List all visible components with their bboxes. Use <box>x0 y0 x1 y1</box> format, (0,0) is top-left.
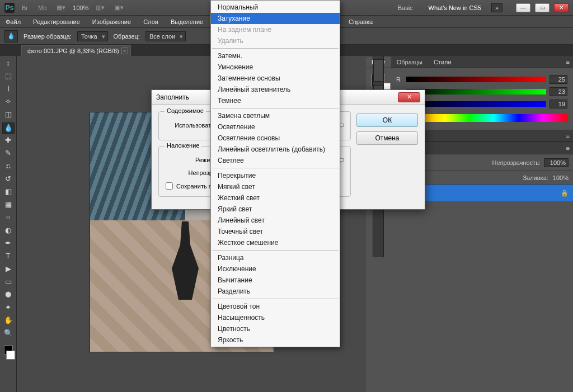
blend-mode-menu[interactable]: НормальныйЗатуханиеНа заднем планеУдалит… <box>210 0 340 347</box>
3d-tool-icon[interactable]: ⬢ <box>2 290 15 301</box>
cancel-button[interactable]: Отмена <box>356 131 418 145</box>
heal-tool-icon[interactable]: ✚ <box>2 135 15 147</box>
menu-select[interactable]: Выделение <box>168 17 205 26</box>
b-value[interactable]: 19 <box>549 100 567 108</box>
shape-tool-icon[interactable]: ▭ <box>2 277 15 288</box>
path-select-tool-icon[interactable]: ▶ <box>2 264 15 275</box>
minibridge-icon[interactable]: Mb <box>35 3 49 13</box>
document-tab[interactable]: фото 001.JPG @ 8,33% (RGB/8) × <box>21 45 131 56</box>
menu-image[interactable]: Изображение <box>90 17 133 26</box>
g-slider[interactable] <box>406 89 546 95</box>
app-logo: Ps <box>4 3 15 13</box>
blend-mode-item[interactable]: Осветление основы <box>211 133 340 144</box>
panel-menu-icon[interactable]: ≡ <box>563 59 573 65</box>
blend-mode-item[interactable]: Линейный свет <box>211 215 340 226</box>
zoom-tool-icon[interactable]: 🔍 <box>2 328 15 339</box>
blend-mode-item[interactable]: Цветность <box>211 323 340 334</box>
screenmode-icon[interactable]: ▦▾ <box>54 2 68 13</box>
contents-legend: Содержимое <box>165 107 206 114</box>
opacity-field[interactable]: 100% <box>544 158 569 167</box>
panel-nub-icon[interactable] <box>373 59 383 82</box>
blend-mode-item[interactable]: Цветовой тон <box>211 301 340 312</box>
opacity-label: Непрозр.: <box>166 169 216 176</box>
blend-mode-item[interactable]: Жесткое смешение <box>211 237 340 248</box>
blend-mode-item[interactable]: Линейный осветлитель (добавить) <box>211 144 340 155</box>
blend-mode-item[interactable]: Осветление <box>211 121 340 133</box>
history-brush-tool-icon[interactable]: ↺ <box>2 174 15 185</box>
use-label: Использовать: <box>166 122 216 129</box>
r-slider[interactable] <box>406 77 546 82</box>
move-tool-icon[interactable]: ↕ <box>2 58 15 69</box>
crop-tool-icon[interactable]: ◫ <box>2 110 15 121</box>
r-value[interactable]: 25 <box>549 75 567 84</box>
menu-separator <box>212 250 339 251</box>
blend-mode-item[interactable]: Замена светлым <box>211 110 340 121</box>
background-color-swatch[interactable] <box>6 351 15 360</box>
blend-mode-item[interactable]: Разделить <box>211 286 340 297</box>
blend-mode-item[interactable]: Насыщенность <box>211 312 340 323</box>
workspace-basic[interactable]: Basic <box>392 2 419 13</box>
menu-help[interactable]: Справка <box>346 17 375 26</box>
document-close-icon[interactable]: × <box>121 48 128 54</box>
blend-mode-item[interactable]: Темнее <box>211 95 340 106</box>
workspace-more-icon[interactable]: » <box>491 3 502 12</box>
bridge-icon[interactable]: Br <box>19 3 31 13</box>
menu-file[interactable]: Файл <box>3 17 23 26</box>
blend-mode-item[interactable]: Линейный затемнитель <box>211 84 340 95</box>
blend-mode-item[interactable]: Исключение <box>211 263 340 275</box>
ok-button[interactable]: ОК <box>356 114 418 127</box>
g-value[interactable]: 23 <box>549 87 567 96</box>
window-maximize-button[interactable]: ▭ <box>535 3 549 12</box>
eyedropper-tool-icon[interactable]: 💧 <box>2 122 15 134</box>
blend-mode-item[interactable]: Затухание <box>211 13 340 24</box>
blend-mode-item[interactable]: Мягкий свет <box>211 181 340 192</box>
arrange-icon[interactable]: ▥▾ <box>93 2 107 13</box>
preserve-transparency-checkbox[interactable] <box>166 182 173 190</box>
dodge-tool-icon[interactable]: ◐ <box>2 225 15 237</box>
blend-mode-item[interactable]: Перекрытие <box>211 170 340 181</box>
tab-styles[interactable]: Стили <box>428 56 457 68</box>
blend-mode-item[interactable]: Яркий свет <box>211 204 340 215</box>
fill-field[interactable]: 100% <box>553 174 569 181</box>
blur-tool-icon[interactable]: ○ <box>2 212 15 224</box>
blend-mode-item[interactable]: Умножение <box>211 62 340 73</box>
blend-mode-item[interactable]: Яркость <box>211 334 340 346</box>
workspace-whatsnew[interactable]: What's New in CS5 <box>423 2 487 13</box>
stamp-tool-icon[interactable]: ⎌ <box>2 161 15 172</box>
sample-size-dropdown[interactable]: Точка <box>77 31 108 41</box>
sample-size-label: Размер образца: <box>24 33 72 40</box>
panel-menu-icon[interactable]: ≡ <box>563 133 573 139</box>
pen-tool-icon[interactable]: ✒ <box>2 238 15 249</box>
menu-edit[interactable]: Редактирование <box>31 17 82 26</box>
tools-panel: ↕ ⬚ ⌇ ✧ ◫ 💧 ✚ ✎ ⎌ ↺ ◧ ▦ ○ ◐ ✒ T ▶ ▭ ⬢ ✦ … <box>0 56 17 392</box>
extras-icon[interactable]: ▣▾ <box>112 2 126 13</box>
dialog-close-button[interactable]: ✕ <box>398 92 420 102</box>
wand-tool-icon[interactable]: ✧ <box>2 97 15 108</box>
panel-menu-icon[interactable]: ≡ <box>563 145 573 152</box>
zoom-level[interactable]: 100% <box>73 4 88 11</box>
blend-mode-item[interactable]: Вычитание <box>211 275 340 286</box>
eraser-tool-icon[interactable]: ◧ <box>2 187 15 198</box>
blend-mode-item[interactable]: Затемн. <box>211 50 340 62</box>
blend-mode-item[interactable]: Жесткий свет <box>211 192 340 204</box>
blend-mode-item[interactable]: Затемнение основы <box>211 73 340 84</box>
current-tool-icon[interactable]: 💧 <box>4 30 18 42</box>
brush-tool-icon[interactable]: ✎ <box>2 148 15 159</box>
b-slider[interactable] <box>406 101 546 107</box>
sample-dropdown[interactable]: Все слои <box>145 31 186 41</box>
menu-layer[interactable]: Слои <box>141 17 161 26</box>
hand-tool-icon[interactable]: ✋ <box>2 315 15 327</box>
blend-mode-item[interactable]: Светлее <box>211 155 340 166</box>
type-tool-icon[interactable]: T <box>2 251 15 262</box>
tab-swatches[interactable]: Образцы <box>391 56 428 68</box>
blend-mode-item[interactable]: Нормальный <box>211 2 340 13</box>
lasso-tool-icon[interactable]: ⌇ <box>2 84 15 95</box>
blend-mode-item[interactable]: Разница <box>211 252 340 263</box>
window-minimize-button[interactable]: — <box>516 3 530 12</box>
window-close-button[interactable]: ✕ <box>554 3 569 12</box>
3dcamera-tool-icon[interactable]: ✦ <box>2 303 15 314</box>
gradient-tool-icon[interactable]: ▦ <box>2 200 15 211</box>
fill-label: Заливка: <box>523 174 548 181</box>
marquee-tool-icon[interactable]: ⬚ <box>2 71 15 82</box>
blend-mode-item[interactable]: Точечный свет <box>211 226 340 237</box>
